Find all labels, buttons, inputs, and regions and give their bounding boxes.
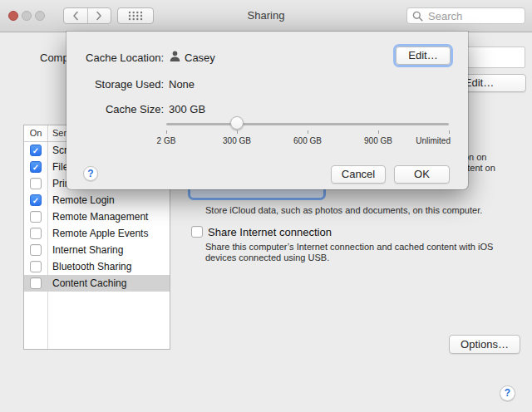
search-icon bbox=[412, 11, 423, 22]
slider-tick bbox=[166, 130, 167, 134]
content-caching-sheet: Cache Location: Casey Edit… Storage Used… bbox=[66, 32, 468, 189]
cancel-button[interactable]: Cancel bbox=[331, 165, 386, 184]
service-checkbox[interactable] bbox=[30, 228, 42, 239]
table-row-remote-login[interactable]: Remote Login bbox=[24, 192, 170, 208]
table-row-remote-management[interactable]: Remote Management bbox=[24, 208, 170, 225]
help-button[interactable]: ? bbox=[500, 385, 515, 401]
ok-button[interactable]: OK bbox=[394, 165, 450, 184]
sheet-help-button[interactable]: ? bbox=[83, 166, 98, 181]
slider-tick bbox=[308, 130, 308, 134]
slider-tick-label: 600 GB bbox=[293, 136, 322, 145]
slider-tick bbox=[237, 130, 238, 134]
search-input[interactable] bbox=[426, 9, 513, 23]
column-header-on: On bbox=[24, 125, 47, 141]
options-button[interactable]: Options… bbox=[449, 335, 520, 354]
service-checkbox[interactable] bbox=[30, 211, 42, 223]
service-label: Remote Login bbox=[52, 192, 115, 208]
service-checkbox[interactable] bbox=[30, 161, 42, 173]
cache-location-label: Cache Location: bbox=[66, 52, 164, 64]
share-internet-description: Share this computer’s Internet connectio… bbox=[205, 242, 493, 263]
cache-location-value: Casey bbox=[185, 52, 215, 64]
service-label: Content Caching bbox=[52, 275, 126, 292]
cache-size-slider-track[interactable] bbox=[166, 123, 449, 125]
cache-size-slider-thumb[interactable] bbox=[230, 116, 244, 130]
system-preferences-window: Sharing Computer Name: Edit… On Service … bbox=[0, 0, 532, 412]
description-line: devices connected using USB. bbox=[205, 253, 493, 263]
share-internet-checkbox[interactable] bbox=[191, 226, 203, 238]
service-checkbox[interactable] bbox=[30, 194, 42, 206]
table-row-internet-sharing[interactable]: Internet Sharing bbox=[24, 242, 170, 258]
storage-used-value: None bbox=[169, 78, 195, 91]
service-checkbox[interactable] bbox=[30, 277, 42, 289]
slider-tick bbox=[378, 130, 379, 134]
share-internet-label: Share Internet connection bbox=[208, 226, 332, 238]
slider-tick-label: 2 GB bbox=[157, 136, 176, 145]
table-row-content-caching[interactable]: Content Caching bbox=[24, 275, 170, 292]
cache-size-value: 300 GB bbox=[169, 103, 205, 115]
slider-tick-label: 900 GB bbox=[364, 136, 392, 145]
service-label: Remote Management bbox=[52, 208, 148, 225]
service-label: Bluetooth Sharing bbox=[52, 258, 131, 275]
table-row-remote-apple-events[interactable]: Remote Apple Events bbox=[24, 225, 170, 242]
cache-size-label: Cache Size: bbox=[66, 103, 164, 115]
service-checkbox[interactable] bbox=[30, 178, 42, 189]
service-checkbox[interactable] bbox=[30, 145, 42, 156]
slider-tick-label: Unlimited bbox=[416, 136, 451, 145]
service-label: Remote Apple Events bbox=[52, 225, 148, 242]
service-label: Internet Sharing bbox=[52, 242, 123, 258]
user-folder-icon bbox=[169, 50, 181, 66]
service-checkbox[interactable] bbox=[30, 244, 42, 256]
search-field[interactable] bbox=[406, 7, 525, 24]
slider-tick bbox=[449, 130, 450, 134]
slider-tick-label: 300 GB bbox=[223, 136, 251, 145]
edit-cache-location-button[interactable]: Edit… bbox=[396, 47, 451, 65]
table-row-bluetooth-sharing[interactable]: Bluetooth Sharing bbox=[24, 258, 170, 275]
icloud-description: Store iCloud data, such as photos and do… bbox=[205, 205, 482, 215]
storage-used-label: Storage Used: bbox=[66, 78, 164, 91]
titlebar: Sharing bbox=[0, 0, 532, 32]
description-line: Share this computer’s Internet connectio… bbox=[205, 242, 493, 253]
service-checkbox[interactable] bbox=[30, 261, 42, 272]
